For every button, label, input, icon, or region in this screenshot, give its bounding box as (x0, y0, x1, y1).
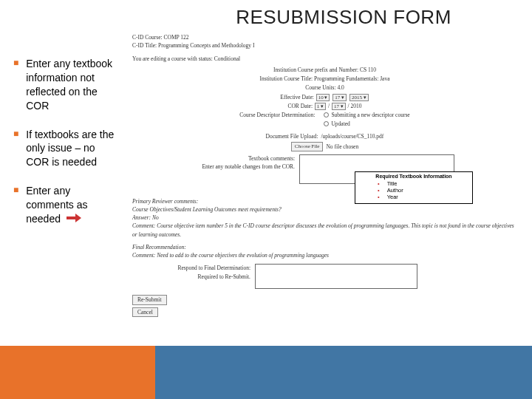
bullet-text: If textbooks are the only issue – no COR… (26, 128, 115, 170)
cid-course: C-ID Course: COMP 122 (132, 33, 517, 41)
bullet-icon: ■ (13, 184, 18, 226)
year-select[interactable]: 2015 ▾ (349, 94, 369, 101)
cor-date-row: COR Date: 1 ▾ / 17 ▾ / 2010 (132, 102, 517, 110)
callout-title: Required Textbook Information (358, 174, 469, 179)
final-recommendation: Final Recommendation: (132, 243, 517, 251)
arrow-right-icon (66, 214, 81, 222)
inst-title-label: Institution Course Title: (259, 75, 313, 82)
units-label: Course Units: (305, 84, 335, 91)
req-item: Title (378, 180, 469, 187)
footer-orange (0, 346, 155, 399)
required-textbook-callout: Required Textbook Information Title Auth… (355, 171, 473, 204)
month-select[interactable]: 1 ▾ (315, 103, 326, 110)
reviewer-comment: Comment: Course objective item number 5 … (132, 222, 517, 239)
inst-prefix: Institution Course prefix and Number: CS… (132, 66, 517, 74)
resubmit-button[interactable]: Re-Submit (132, 295, 167, 304)
descriptor-label: Course Descriptor Determination: (239, 111, 315, 119)
respond-hint: Required to Re-Submit. (132, 273, 250, 281)
inst-title-row: Institution Course Title: Programming Fu… (132, 75, 517, 83)
radio-label: Updated (331, 120, 349, 128)
bullet-item: ■ Enter any textbook information not ref… (13, 57, 115, 113)
bullet-icon: ■ (13, 57, 18, 113)
cor-year: 2010 (351, 103, 362, 109)
cid-title: C-ID Title: Programming Concepts and Met… (132, 41, 517, 50)
cancel-button[interactable]: Cancel (132, 307, 158, 317)
effective-date-label: Effective Date: (280, 94, 313, 100)
footer-bar (0, 346, 532, 399)
radio-icon (324, 121, 329, 126)
status-line: You are editing a course with status: Co… (132, 55, 517, 63)
bullet-text: Enter any comments as needed (26, 184, 115, 226)
respond-row: Respond to Final Determination: Required… (132, 264, 517, 289)
radio-option[interactable]: Submitting a new descriptor course (324, 111, 409, 119)
action-buttons: Re-Submit Cancel (132, 295, 517, 319)
upload-row: Document File Upload: /uploads/course/CS… (132, 132, 517, 140)
final-rec-comment: Comment: Need to add to the course objec… (132, 251, 517, 259)
bullet-item: ■ Enter any comments as needed (13, 184, 115, 226)
respond-input[interactable] (255, 264, 417, 289)
svg-marker-1 (75, 214, 81, 222)
page-title: RESUBMISSION FORM (0, 0, 532, 32)
sidebar: ■ Enter any textbook information not ref… (0, 32, 115, 349)
svg-rect-0 (66, 216, 75, 219)
bullet-text: Enter any textbook information not refle… (26, 57, 115, 113)
descriptor-row: Course Descriptor Determination: Submitt… (132, 111, 517, 128)
file-status: No file chosen (326, 143, 358, 151)
tb-comment-label: Textbook comments: (132, 154, 295, 163)
units-row: Course Units: 4.0 (132, 83, 517, 92)
radio-icon (324, 112, 329, 117)
req-item: Author (378, 187, 469, 194)
radio-label: Submitting a new descriptor course (331, 111, 409, 119)
month-select[interactable]: 10 ▾ (316, 94, 330, 101)
reviewer-section: Primary Reviewer comments: Course Object… (132, 197, 517, 260)
day-select[interactable]: 17 ▾ (332, 94, 347, 101)
units-value: 4.0 (337, 84, 344, 91)
institution-block: Institution Course prefix and Number: CS… (132, 66, 517, 128)
tb-comment-hint: Enter any notable changes from the COR. (132, 163, 295, 171)
file-chooser-row: Choose File No file chosen (132, 142, 517, 151)
respond-label: Respond to Final Determination: (132, 264, 250, 272)
day-select[interactable]: 17 ▾ (332, 103, 346, 110)
footer-blue (155, 346, 532, 399)
req-item: Year (378, 194, 469, 200)
reviewer-question: Course Objectives/Student Learning Outco… (132, 205, 517, 214)
upload-label: Document File Upload: (266, 132, 318, 140)
bullet-icon: ■ (13, 128, 18, 170)
choose-file-button[interactable]: Choose File (291, 142, 324, 151)
reviewer-answer: Answer: No (132, 214, 517, 222)
inst-title-value: Programming Fundamentals: Java (314, 75, 389, 82)
bullet-item: ■ If textbooks are the only issue – no C… (13, 128, 115, 170)
effective-date-row: Effective Date: 10 ▾ 17 ▾ 2015 ▾ (132, 93, 517, 101)
upload-path: /uploads/course/CS_110.pdf (321, 132, 383, 140)
cor-date-label: COR Date: (287, 103, 313, 109)
radio-option[interactable]: Updated (324, 120, 409, 128)
